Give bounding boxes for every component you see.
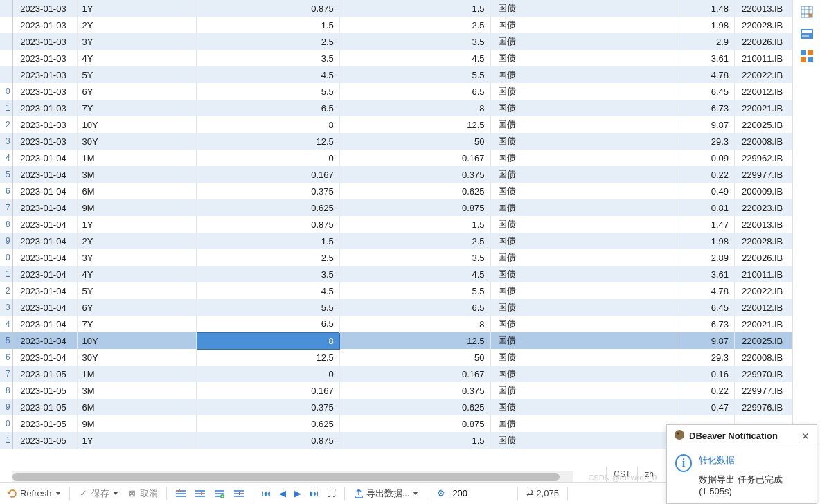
cell-value2[interactable]: 0.875 [339, 415, 490, 432]
cell-value2[interactable]: 0.375 [339, 166, 490, 183]
cell-value2[interactable]: 3.5 [339, 33, 490, 50]
chevron-down-icon[interactable] [113, 492, 118, 495]
edit-tool-2[interactable] [192, 487, 208, 500]
cell-tenor[interactable]: 1Y [78, 216, 196, 233]
row-number[interactable]: 9 [0, 233, 13, 249]
table-row[interactable]: 2023-01-035Y4.55.5国债4.78220022.IB [0, 66, 792, 83]
cell-type[interactable]: 国债 [490, 382, 677, 399]
cell-value3[interactable]: 6.45 [677, 299, 735, 316]
cell-date[interactable]: 2023-01-04 [13, 199, 78, 216]
cell-date[interactable]: 2023-01-03 [13, 33, 78, 50]
cell-value1[interactable]: 3.5 [196, 50, 339, 66]
cell-value1[interactable]: 5.5 [196, 299, 339, 316]
cell-value3[interactable]: 1.47 [677, 216, 735, 233]
cell-value2[interactable]: 8 [339, 100, 490, 116]
cell-date[interactable]: 2023-01-03 [13, 83, 78, 100]
cell-tenor[interactable]: 3M [78, 166, 196, 183]
cell-tenor[interactable]: 1M [78, 366, 196, 382]
cell-code[interactable]: 229977.IB [734, 382, 792, 399]
cell-type[interactable]: 国债 [490, 166, 677, 183]
cell-tenor[interactable]: 9M [78, 415, 196, 432]
cell-tenor[interactable]: 10Y [78, 332, 196, 349]
cell-value2[interactable]: 1.5 [339, 432, 490, 449]
cell-tenor[interactable]: 7Y [78, 100, 196, 116]
cell-value1[interactable]: 3.5 [196, 266, 339, 282]
row-number[interactable]: 1 [0, 266, 13, 282]
table-row[interactable]: 62023-01-0430Y12.550国债29.3220008.IB [0, 349, 792, 366]
cell-code[interactable]: 220028.IB [734, 17, 792, 33]
row-number[interactable]: 0 [0, 415, 13, 432]
table-row[interactable]: 52023-01-043M0.1670.375国债0.22229977.IB [0, 166, 792, 183]
cell-code[interactable]: 220012.IB [734, 83, 792, 100]
cell-value3[interactable]: 0.22 [677, 382, 735, 399]
row-number[interactable]: 8 [0, 216, 13, 233]
cell-value1[interactable]: 0.167 [196, 382, 339, 399]
cell-code[interactable]: 229976.IB [734, 399, 792, 415]
row-number[interactable]: 9 [0, 399, 13, 415]
cell-value1[interactable]: 0.167 [196, 166, 339, 183]
cell-type[interactable]: 国债 [490, 332, 677, 349]
cell-tenor[interactable]: 1Y [78, 432, 196, 449]
cell-code[interactable]: 220012.IB [734, 299, 792, 316]
cell-tenor[interactable]: 3Y [78, 249, 196, 266]
cell-date[interactable]: 2023-01-05 [13, 382, 78, 399]
cell-type[interactable]: 国债 [490, 432, 677, 449]
table-row[interactable]: 72023-01-049M0.6250.875国债0.81220023.IB [0, 199, 792, 216]
row-number[interactable]: 2 [0, 282, 13, 299]
cell-date[interactable]: 2023-01-04 [13, 183, 78, 199]
cell-type[interactable]: 国债 [490, 415, 677, 432]
row-number[interactable]: 5 [0, 332, 13, 349]
row-number[interactable]: 6 [0, 183, 13, 199]
cell-value2[interactable]: 12.5 [339, 332, 490, 349]
cell-value2[interactable]: 8 [339, 316, 490, 332]
cell-date[interactable]: 2023-01-05 [13, 432, 78, 449]
nav-prev-button[interactable]: ◀ [276, 487, 289, 500]
table-row[interactable]: 02023-01-036Y5.56.5国债6.45220012.IB [0, 83, 792, 100]
cell-value3[interactable]: 0.81 [677, 199, 735, 216]
table-row[interactable]: 22023-01-0310Y812.5国债9.87220025.IB [0, 116, 792, 133]
cell-date[interactable]: 2023-01-04 [13, 216, 78, 233]
cell-value3[interactable]: 0.47 [677, 399, 735, 415]
table-row[interactable]: 2023-01-034Y3.54.5国债3.61210011.IB [0, 50, 792, 66]
cell-value1[interactable]: 0.375 [196, 183, 339, 199]
cell-tenor[interactable]: 30Y [78, 133, 196, 150]
cell-tenor[interactable]: 5Y [78, 66, 196, 83]
cell-value2[interactable]: 0.167 [339, 366, 490, 382]
cell-date[interactable]: 2023-01-04 [13, 316, 78, 332]
table-row[interactable]: 02023-01-043Y2.53.5国债2.89220026.IB [0, 249, 792, 266]
cell-type[interactable]: 国债 [490, 33, 677, 50]
cell-code[interactable]: 200009.IB [734, 183, 792, 199]
row-number[interactable]: 1 [0, 432, 13, 449]
cell-code[interactable]: 220013.IB [734, 0, 792, 17]
cell-type[interactable]: 国债 [490, 199, 677, 216]
cell-value2[interactable]: 5.5 [339, 282, 490, 299]
cell-value3[interactable]: 2.9 [677, 33, 735, 50]
save-button[interactable]: ✓ 保存 [75, 486, 121, 501]
cell-tenor[interactable]: 6M [78, 183, 196, 199]
cell-value3[interactable]: 4.78 [677, 66, 735, 83]
row-number[interactable]: 3 [0, 299, 13, 316]
cell-tenor[interactable]: 6Y [78, 299, 196, 316]
cell-type[interactable]: 国债 [490, 399, 677, 415]
cell-date[interactable]: 2023-01-04 [13, 249, 78, 266]
cell-value2[interactable]: 1.5 [339, 0, 490, 17]
cell-code[interactable]: 220025.IB [734, 116, 792, 133]
panel-grid-icon[interactable] [799, 4, 814, 19]
cell-date[interactable]: 2023-01-04 [13, 282, 78, 299]
settings-button[interactable]: ⚙ [433, 487, 449, 501]
cell-type[interactable]: 国债 [490, 299, 677, 316]
cell-type[interactable]: 国债 [490, 66, 677, 83]
cell-date[interactable]: 2023-01-04 [13, 233, 78, 249]
add-row-button[interactable] [211, 487, 228, 500]
cell-value3[interactable]: 9.87 [677, 116, 735, 133]
cell-value1[interactable]: 0.875 [196, 0, 339, 17]
row-number[interactable] [0, 33, 13, 50]
table-row[interactable]: 12023-01-044Y3.54.5国债3.61210011.IB [0, 266, 792, 282]
row-number[interactable]: 8 [0, 382, 13, 399]
cell-value1[interactable]: 12.5 [196, 133, 339, 150]
cell-value2[interactable]: 6.5 [339, 83, 490, 100]
cell-code[interactable]: 229970.IB [734, 366, 792, 382]
cell-value2[interactable]: 4.5 [339, 50, 490, 66]
table-row[interactable]: 2023-01-033Y2.53.5国债2.9220026.IB [0, 33, 792, 50]
cell-value2[interactable]: 0.875 [339, 199, 490, 216]
